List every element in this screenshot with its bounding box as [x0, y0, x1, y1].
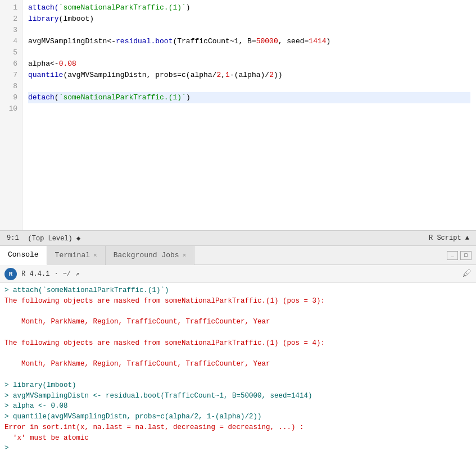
code-token: ) — [186, 92, 191, 103]
tab-label: Background Jobs — [114, 251, 179, 259]
editor-area: 12345678910 attach(`someNationalParkTraf… — [0, 0, 476, 230]
code-token: 50000 — [256, 36, 278, 47]
line-number: 7 — [4, 70, 17, 81]
code-lines[interactable]: attach(`someNationalParkTraffic.(1)`)lib… — [22, 0, 476, 230]
code-line: attach(`someNationalParkTraffic.(1)`) — [28, 2, 470, 13]
console-line: > alpha <- 0.08 — [4, 401, 472, 412]
code-token: `someNationalParkTraffic.(1)` — [59, 92, 186, 103]
line-number: 10 — [4, 103, 17, 115]
code-token: 2 — [269, 70, 274, 81]
console-line: > attach(`someNationalParkTraffic.(1)`) — [4, 285, 472, 296]
r-version: R 4.4.1 — [21, 270, 49, 278]
code-token: 1414 — [309, 36, 326, 47]
code-token: lmboot — [63, 13, 89, 25]
code-token: quantile — [28, 70, 63, 81]
code-token: alpha — [28, 58, 50, 70]
line-number: 1 — [4, 2, 17, 13]
line-number: 9 — [4, 92, 17, 103]
console-line: The following objects are masked from so… — [4, 338, 472, 349]
tab-console[interactable]: Console — [0, 246, 47, 265]
code-token: <- — [107, 36, 116, 47]
line-number: 4 — [4, 36, 17, 47]
console-line: Error in sort.int(x, na.last = na.last, … — [4, 422, 472, 433]
line-numbers: 12345678910 — [0, 0, 22, 230]
minimize-btn[interactable]: _ — [447, 251, 458, 260]
tab-bar: ConsoleTerminal×Background Jobs× _ □ — [0, 246, 476, 265]
console-line — [4, 370, 472, 380]
console-line: Month, ParkName, Region, TrafficCount, T… — [4, 317, 472, 327]
code-token: 2 — [216, 70, 221, 81]
tab-background-jobs[interactable]: Background Jobs× — [106, 246, 195, 265]
console-line: The following objects are masked from so… — [4, 296, 472, 307]
tab-close-btn[interactable]: × — [183, 252, 187, 259]
code-container[interactable]: 12345678910 attach(`someNationalParkTraf… — [0, 0, 476, 230]
code-line: alpha <- 0.08 — [28, 58, 470, 70]
line-number: 6 — [4, 58, 17, 70]
code-token: library — [28, 13, 59, 25]
code-line: detach(`someNationalParkTraffic.(1)`) — [28, 92, 470, 103]
console-line: > avgMVSamplingDistn <- residual.boot(Tr… — [4, 391, 472, 402]
code-token: detach — [28, 92, 55, 103]
line-number: 3 — [4, 25, 17, 36]
bottom-section: R R 4.4.1 · ~/ ↗ 🖊 > attach(`someNationa… — [0, 265, 476, 456]
console-line: > quantile(avgMVSamplingDistn, probs=c(a… — [4, 412, 472, 422]
code-level: (Top Level) ◆ — [28, 234, 81, 243]
code-token: , — [221, 70, 225, 81]
code-token: (avgMVSamplingDistn, probs=c(alpha/ — [63, 70, 216, 81]
code-line — [28, 25, 470, 36]
line-number: 8 — [4, 81, 17, 92]
line-number: 5 — [4, 47, 17, 58]
console-arrow: ↗ — [75, 270, 79, 278]
code-token: residual.boot — [116, 36, 173, 47]
console-line — [4, 327, 472, 338]
tab-close-btn[interactable]: × — [93, 252, 97, 259]
console-path: ~/ — [63, 270, 71, 278]
code-token: ) — [89, 13, 94, 25]
code-line — [28, 81, 470, 92]
tab-actions: _ □ — [447, 251, 476, 260]
cursor-position: 9:1 — [7, 234, 19, 242]
tab-label: Console — [8, 250, 39, 259]
code-line — [28, 47, 470, 58]
console-toolbar: R R 4.4.1 · ~/ ↗ 🖊 — [0, 265, 476, 283]
console-line: > library(lmboot) — [4, 380, 472, 391]
code-token: ) — [186, 2, 191, 13]
code-token: ( — [59, 13, 64, 25]
tab-label: Terminal — [55, 251, 90, 259]
code-line: quantile(avgMVSamplingDistn, probs=c(alp… — [28, 70, 470, 81]
console-line: Month, ParkName, Region, TrafficCount, T… — [4, 359, 472, 370]
code-line — [28, 103, 470, 115]
line-number: 2 — [4, 13, 17, 25]
code-token: 1 — [225, 70, 230, 81]
console-line: 'x' must be atomic — [4, 433, 472, 444]
code-line: library(lmboot) — [28, 13, 470, 25]
code-line: avgMVSamplingDistn <- residual.boot(Traf… — [28, 36, 470, 47]
script-type: R Script ▲ — [429, 234, 469, 242]
code-token: (TrafficCount~1, B= — [173, 36, 256, 47]
code-token: -(alpha)/ — [230, 70, 269, 81]
tab-terminal[interactable]: Terminal× — [47, 246, 106, 265]
console-line — [4, 307, 472, 317]
code-token: <- — [50, 58, 59, 70]
r-logo: R — [4, 268, 17, 280]
console-separator: · — [54, 270, 58, 278]
code-token: 0.08 — [59, 58, 76, 70]
code-token: )) — [274, 70, 283, 81]
console-line: > — [4, 443, 472, 454]
console-area[interactable]: > attach(`someNationalParkTraffic.(1)`)T… — [0, 283, 476, 456]
code-token: avgMVSamplingDistn — [28, 36, 107, 47]
code-token: ) — [327, 36, 331, 47]
maximize-btn[interactable]: □ — [460, 251, 472, 260]
code-token: `someNationalParkTraffic.(1)` — [59, 2, 186, 13]
console-line — [4, 349, 472, 359]
code-token: , seed= — [278, 36, 309, 47]
code-token: attach( — [28, 2, 59, 13]
clear-console-btn[interactable]: 🖊 — [463, 268, 472, 279]
status-bar: 9:1 (Top Level) ◆ R Script ▲ — [0, 230, 476, 246]
code-token: ( — [55, 92, 59, 103]
